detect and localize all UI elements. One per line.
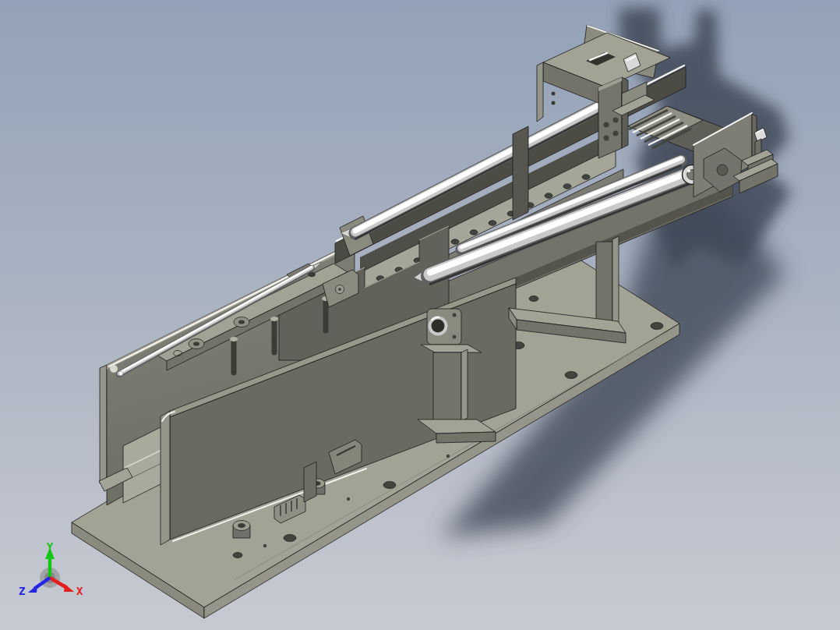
slider-block xyxy=(598,77,628,158)
corner-highlight xyxy=(110,365,118,373)
mounting-boss xyxy=(233,521,250,539)
cad-viewport[interactable]: Y X Z xyxy=(0,0,840,630)
x-axis-label: X xyxy=(76,585,83,597)
y-axis-label: Y xyxy=(47,540,54,553)
z-axis-label: Z xyxy=(19,585,25,597)
